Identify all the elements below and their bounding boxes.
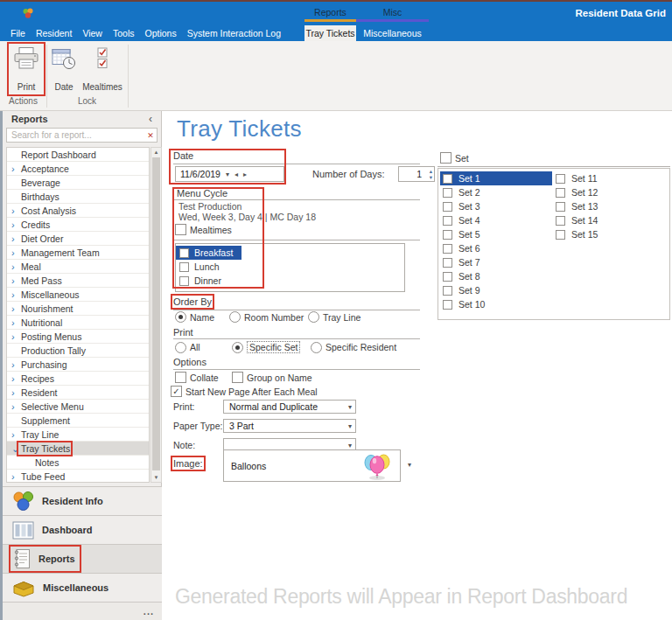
nav-dashboard[interactable]: Dashboard: [3, 515, 164, 544]
chevron-down-icon[interactable]: ▾: [348, 422, 355, 430]
date-lock-button[interactable]: Date: [48, 45, 80, 94]
report-list-item[interactable]: Beverage: [7, 176, 149, 190]
option-checkbox[interactable]: Collate: [175, 372, 232, 383]
chevron-down-icon[interactable]: ▾: [348, 403, 355, 411]
meal-checkbox[interactable]: [179, 276, 189, 286]
report-list-item[interactable]: › Tube Feed: [7, 470, 149, 483]
set-checkbox[interactable]: [443, 244, 452, 254]
set-checkbox[interactable]: [556, 202, 565, 212]
set-row[interactable]: Set 9: [440, 283, 552, 297]
expand-arrow-icon[interactable]: ›: [7, 317, 19, 329]
expand-arrow-icon[interactable]: ›: [7, 247, 19, 259]
date-picker[interactable]: 11/6/2019 ▾ ◂ ▸: [175, 166, 284, 182]
nav-miscellaneous[interactable]: Miscellaneous: [3, 573, 164, 602]
set-row[interactable]: Set 7: [440, 255, 552, 269]
expand-arrow-icon[interactable]: ⌄: [7, 442, 19, 455]
radio-option[interactable]: Name: [175, 311, 229, 323]
chevron-down-icon[interactable]: ▾: [408, 461, 411, 469]
set-row[interactable]: Set 5: [440, 227, 552, 241]
radio-option[interactable]: Specific Resident: [311, 341, 396, 353]
clear-search-icon[interactable]: ✕: [144, 131, 157, 140]
expand-arrow-icon[interactable]: ›: [7, 289, 19, 301]
expand-arrow-icon[interactable]: ›: [7, 233, 19, 245]
menu-item[interactable]: System Interaction Log: [182, 25, 286, 41]
report-list-item[interactable]: › Posting Menus: [7, 330, 149, 344]
set-checkbox[interactable]: [556, 188, 565, 198]
expand-arrow-icon[interactable]: ›: [7, 401, 19, 413]
set-checkbox[interactable]: [556, 174, 565, 184]
set-row[interactable]: Set 14: [553, 213, 667, 227]
chevron-down-icon[interactable]: ▾: [226, 171, 229, 178]
report-list-item[interactable]: › Nutritional: [7, 316, 149, 330]
contextual-tab-misc[interactable]: Misc: [356, 5, 429, 22]
report-list-item[interactable]: › Meal: [7, 260, 149, 274]
nav-resident-info[interactable]: Resident Info: [3, 486, 164, 515]
set-checkbox[interactable]: [443, 230, 452, 240]
set-checkbox[interactable]: [443, 300, 452, 310]
mealtimes-lock-button[interactable]: Mealtimes: [80, 45, 124, 94]
set-row[interactable]: Set 3: [440, 199, 552, 213]
menu-item[interactable]: File: [5, 25, 31, 41]
meal-row[interactable]: Breakfast: [176, 246, 242, 260]
set-checkbox[interactable]: [443, 216, 452, 226]
spin-down-icon[interactable]: ▾: [430, 174, 432, 180]
scrollbar[interactable]: ▲ ▼: [150, 147, 162, 483]
menu-item[interactable]: View: [77, 25, 108, 41]
search-input[interactable]: [7, 130, 144, 140]
dropdown[interactable]: Normal and Duplicate ▾: [223, 400, 356, 414]
prev-day-icon[interactable]: ◂: [234, 171, 238, 178]
meal-checkbox[interactable]: [179, 262, 189, 272]
report-list-item[interactable]: › Management Team: [7, 246, 149, 260]
set-checkbox[interactable]: [443, 272, 452, 282]
number-of-days-stepper[interactable]: 1 ▴ ▾: [398, 166, 435, 182]
expand-arrow-icon[interactable]: ›: [7, 303, 19, 315]
report-list-item[interactable]: › Selective Menu: [7, 400, 149, 414]
report-list-item[interactable]: Production Tally: [7, 344, 149, 358]
report-list-item[interactable]: › Cost Analysis: [7, 204, 149, 218]
nav-reports[interactable]: Reports: [3, 544, 164, 573]
report-list-item[interactable]: › Purchasing: [7, 358, 149, 372]
collapse-panel-icon[interactable]: ‹: [149, 113, 152, 125]
report-list-item[interactable]: › Credits: [7, 218, 149, 232]
radio-option[interactable]: All: [175, 341, 232, 353]
option-checkbox[interactable]: Group on Name: [232, 372, 312, 383]
expand-arrow-icon[interactable]: ›: [7, 261, 19, 273]
set-row[interactable]: Set 1: [440, 171, 552, 185]
expand-arrow-icon[interactable]: ›: [7, 387, 19, 399]
meal-checkbox[interactable]: [179, 248, 189, 258]
report-list-item[interactable]: › Acceptance: [7, 162, 149, 176]
expand-arrow-icon[interactable]: ›: [7, 331, 19, 343]
set-row[interactable]: Set 8: [440, 269, 552, 283]
report-list-item[interactable]: › Resident: [7, 386, 149, 400]
expand-arrow-icon[interactable]: ›: [7, 163, 19, 175]
report-list-item[interactable]: › Miscellaneous: [7, 288, 149, 302]
expand-arrow-icon[interactable]: ›: [7, 359, 19, 371]
radio-option[interactable]: Tray Line: [308, 311, 360, 323]
contextual-tab-reports[interactable]: Reports: [304, 5, 356, 22]
menu-item[interactable]: Options: [139, 25, 181, 41]
meal-row[interactable]: Lunch: [176, 260, 404, 274]
report-list-item[interactable]: Birthdays: [7, 190, 149, 204]
report-list-item[interactable]: › Recipes: [7, 372, 149, 386]
set-checkbox[interactable]: [443, 286, 452, 296]
set-row[interactable]: Set 13: [553, 199, 667, 213]
set-row[interactable]: Set 10: [440, 297, 552, 311]
expand-arrow-icon[interactable]: ›: [7, 205, 19, 217]
scroll-down-icon[interactable]: ▼: [151, 475, 161, 480]
tab-tray-tickets[interactable]: Tray Tickets: [304, 25, 356, 41]
overflow-dots-icon[interactable]: ...: [144, 606, 154, 617]
start-new-page-checkbox[interactable]: ✓ Start New Page After Each Meal: [171, 386, 318, 397]
print-button[interactable]: Print: [10, 45, 43, 94]
meal-row[interactable]: Dinner: [176, 274, 404, 288]
set-row[interactable]: Set 4: [440, 213, 552, 227]
set-checkbox[interactable]: [556, 216, 565, 226]
chevron-down-icon[interactable]: ▾: [348, 442, 355, 449]
set-checkbox[interactable]: Set: [440, 152, 469, 164]
radio-option[interactable]: Specific Set: [232, 341, 311, 353]
expand-arrow-icon[interactable]: ›: [7, 219, 19, 231]
menu-item[interactable]: Tools: [108, 25, 140, 41]
image-dropdown[interactable]: Balloons: [223, 449, 401, 482]
report-list-item[interactable]: Report Dashboard: [7, 148, 149, 162]
expand-arrow-icon[interactable]: ›: [7, 470, 19, 483]
scroll-up-icon[interactable]: ▲: [151, 150, 161, 155]
